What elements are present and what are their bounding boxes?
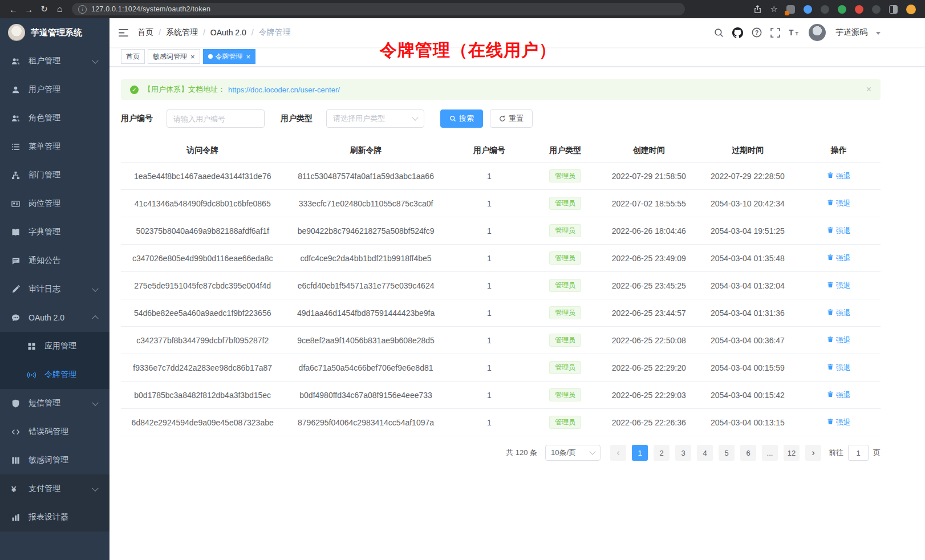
user-avatar[interactable] (809, 24, 826, 41)
chevron-down-icon (92, 286, 98, 292)
user-type-badge: 管理员 (549, 197, 581, 210)
extension-icon-2[interactable] (804, 5, 812, 14)
user-type-cell: 管理员 (531, 361, 599, 374)
user-id-cell: 1 (448, 199, 532, 208)
site-info-icon[interactable] (78, 5, 87, 14)
alert-link[interactable]: https://doc.iocoder.cn/user-center/ (228, 86, 340, 94)
extension-icon-1[interactable] (786, 5, 795, 14)
page-button-4[interactable]: 4 (697, 445, 713, 461)
force-logout-label: 强退 (836, 390, 851, 400)
page-size-select[interactable]: 10条/页 (545, 445, 601, 461)
extensions-puzzle-icon[interactable] (855, 5, 863, 14)
page-button-5[interactable]: 5 (719, 445, 735, 461)
force-logout-button[interactable]: 强退 (827, 417, 851, 428)
back-button[interactable] (6, 2, 21, 17)
sidebar-item-pay[interactable]: ¥支付管理 (0, 474, 109, 503)
pagination-more[interactable]: ... (762, 445, 778, 461)
split-view-icon[interactable] (889, 5, 898, 14)
hamburger-icon[interactable] (119, 29, 128, 37)
sidebar-item-user[interactable]: 用户管理 (0, 75, 109, 104)
user-type-label: 用户类型 (281, 113, 313, 124)
sidebar-item-sms[interactable]: 短信管理 (0, 389, 109, 417)
access-token-cell: 275e5de9151045fe87cbdc395e004f4d (121, 281, 284, 290)
home-button[interactable] (52, 2, 67, 17)
search-icon[interactable] (714, 28, 724, 38)
fullscreen-icon[interactable] (770, 28, 780, 38)
github-icon[interactable] (732, 27, 743, 38)
page-content: 【用户体系】文档地址： https://doc.iocoder.cn/user-… (109, 67, 925, 560)
share-icon[interactable] (753, 5, 762, 14)
address-bar[interactable]: 127.0.0.1:1024/system/oauth2/token (72, 3, 685, 15)
sidebar-item-oauth2-app[interactable]: 应用管理 (0, 332, 109, 360)
font-size-icon[interactable]: TT (789, 28, 800, 37)
user-type-badge: 管理员 (549, 361, 581, 374)
force-logout-button[interactable]: 强退 (827, 198, 851, 209)
sidebar-item-role[interactable]: 角色管理 (0, 104, 109, 132)
reset-button[interactable]: 重置 (490, 109, 533, 128)
force-logout-button[interactable]: 强退 (827, 281, 851, 291)
refresh-token-cell: e6cfd40eb1f54571a31e775e039c4624 (284, 281, 447, 290)
sidebar-item-oauth2-token[interactable]: 令牌管理 (0, 360, 109, 389)
sidebar-item-report[interactable]: 报表设计器 (0, 503, 109, 531)
tab-close-icon[interactable] (246, 52, 251, 61)
force-logout-button[interactable]: 强退 (827, 363, 851, 373)
browser-profile-avatar[interactable] (906, 5, 916, 14)
extension-icon-5[interactable] (872, 5, 881, 14)
logo-avatar (8, 24, 25, 41)
chevron-down-icon (92, 485, 98, 492)
prev-page-button[interactable] (610, 445, 626, 461)
extension-icon-3[interactable] (821, 5, 829, 14)
sidebar-item-label: 应用管理 (44, 341, 76, 351)
sidebar-item-dict[interactable]: 字典管理 (0, 218, 109, 246)
breadcrumb-item[interactable]: 首页 (137, 27, 153, 38)
force-logout-button[interactable]: 强退 (827, 253, 851, 263)
sidebar-item-notice[interactable]: 通知公告 (0, 246, 109, 275)
tab-close-icon[interactable] (190, 52, 195, 61)
force-logout-button[interactable]: 强退 (827, 390, 851, 400)
breadcrumb-item[interactable]: 系统管理 (166, 27, 198, 38)
tab-sensitive-word[interactable]: 敏感词管理 (148, 49, 200, 64)
created-time-cell: 2022-06-26 18:04:46 (599, 226, 698, 236)
force-logout-button[interactable]: 强退 (827, 226, 851, 236)
goto-page-input[interactable] (848, 445, 869, 461)
user-type-select[interactable]: 请选择用户类型 (326, 109, 424, 128)
extension-icon-4[interactable] (838, 5, 846, 14)
user-type-badge: 管理员 (549, 334, 581, 347)
sidebar-item-label: 角色管理 (29, 113, 60, 123)
sidebar-item-audit-log[interactable]: 审计日志 (0, 275, 109, 303)
help-icon[interactable]: ? (752, 27, 762, 38)
next-page-button[interactable] (805, 445, 821, 461)
sidebar-item-sensitive-word[interactable]: 敏感词管理 (0, 446, 109, 474)
search-button[interactable]: 搜索 (440, 109, 483, 128)
refresh-token-cell: 333ecfc71e02480cb11055c875c3ca0f (284, 199, 447, 208)
sidebar-item-post[interactable]: 岗位管理 (0, 189, 109, 218)
chevron-up-icon (92, 315, 98, 322)
sidebar-item-menu[interactable]: 菜单管理 (0, 132, 109, 161)
sidebar-item-dept[interactable]: 部门管理 (0, 161, 109, 189)
user-name[interactable]: 芋道源码 (835, 27, 867, 38)
sidebar-item-tenant[interactable]: 租户管理 (0, 47, 109, 75)
action-cell: 强退 (797, 363, 881, 373)
sidebar-item-error-code[interactable]: 错误码管理 (0, 417, 109, 446)
force-logout-button[interactable]: 强退 (827, 335, 851, 346)
page-button-12[interactable]: 12 (784, 445, 800, 461)
app-logo[interactable]: 芋道管理系统 (0, 18, 109, 47)
user-id-input[interactable] (167, 109, 265, 128)
force-logout-button[interactable]: 强退 (827, 308, 851, 318)
page-button-2[interactable]: 2 (654, 445, 670, 461)
url-text[interactable]: 127.0.0.1:1024/system/oauth2/token (91, 5, 210, 13)
filter-form: 用户编号 用户类型 请选择用户类型 搜索 (121, 109, 881, 128)
force-logout-button[interactable]: 强退 (827, 171, 851, 181)
page-button-6[interactable]: 6 (740, 445, 756, 461)
expire-time-cell: 2022-07-29 22:28:50 (698, 172, 797, 181)
reload-button[interactable] (36, 2, 52, 17)
page-button-1[interactable]: 1 (632, 445, 648, 461)
bookmark-star-icon[interactable] (770, 4, 778, 14)
sidebar-item-oauth2[interactable]: OAuth 2.0 (0, 303, 109, 332)
tab-token[interactable]: 令牌管理 (203, 49, 256, 64)
alert-close-icon[interactable] (866, 84, 871, 95)
forward-button[interactable] (21, 2, 36, 17)
page-button-3[interactable]: 3 (675, 445, 691, 461)
breadcrumb-item[interactable]: OAuth 2.0 (210, 28, 246, 37)
tab-home[interactable]: 首页 (121, 49, 145, 64)
